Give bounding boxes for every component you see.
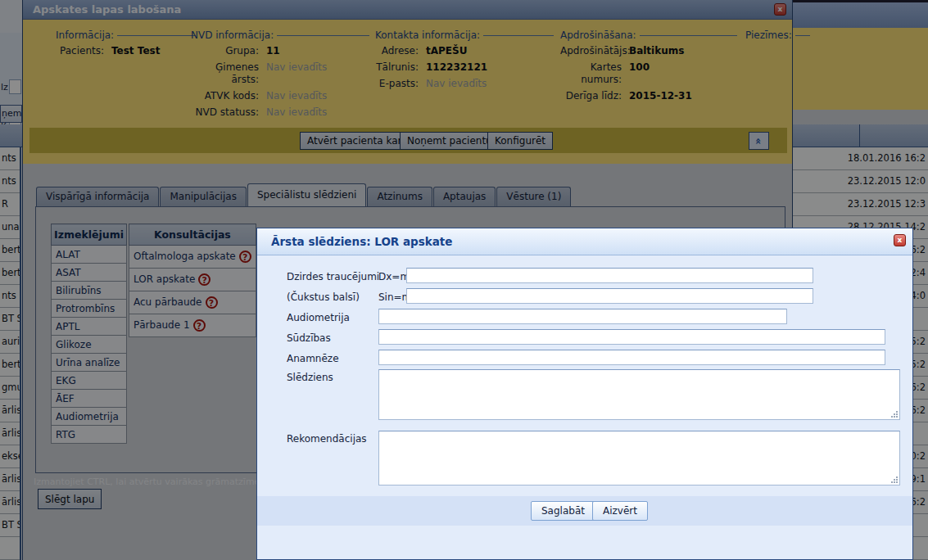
- sledziens-label: Slēdziens: [287, 372, 333, 383]
- screen: lz lz ņemt nts R nts R R una R berts ber…: [0, 0, 928, 560]
- rekomendacijas-textarea[interactable]: [378, 431, 900, 485]
- sudzibas-label: Sūdzības: [287, 332, 331, 344]
- sin-input[interactable]: [406, 288, 813, 304]
- audiometrija-input[interactable]: [378, 309, 787, 324]
- rekomendacijas-label: Rekomendācijas: [287, 433, 367, 445]
- dzirdes-traucejumi-label: Dzirdes traucējumi: [287, 271, 379, 282]
- dialog-title: Ārsta slēdziens: LOR apskate: [271, 235, 452, 248]
- lor-conclusion-dialog: Ārsta slēdziens: LOR apskate x Dzirdes t…: [256, 228, 913, 560]
- save-button[interactable]: Saglabāt: [531, 501, 595, 521]
- anamneze-input[interactable]: [378, 350, 885, 365]
- dialog-titlebar[interactable]: Ārsta slēdziens: LOR apskate x: [257, 228, 912, 255]
- sledziens-textarea[interactable]: [378, 369, 900, 420]
- sudzibas-input[interactable]: [378, 329, 885, 345]
- cukstus-balsi-label: (Čukstus balsī): [287, 291, 360, 303]
- dx-sublabel: Dx=m: [378, 271, 410, 282]
- close-dialog-button[interactable]: Aizvērt: [592, 501, 648, 521]
- audiometrija-label: Audiometrija: [287, 312, 350, 323]
- close-icon[interactable]: x: [894, 234, 906, 246]
- dx-input[interactable]: [406, 268, 813, 283]
- dialog-footer: Saglabāt Aizvērt: [257, 496, 912, 526]
- anamneze-label: Anamnēze: [287, 353, 339, 364]
